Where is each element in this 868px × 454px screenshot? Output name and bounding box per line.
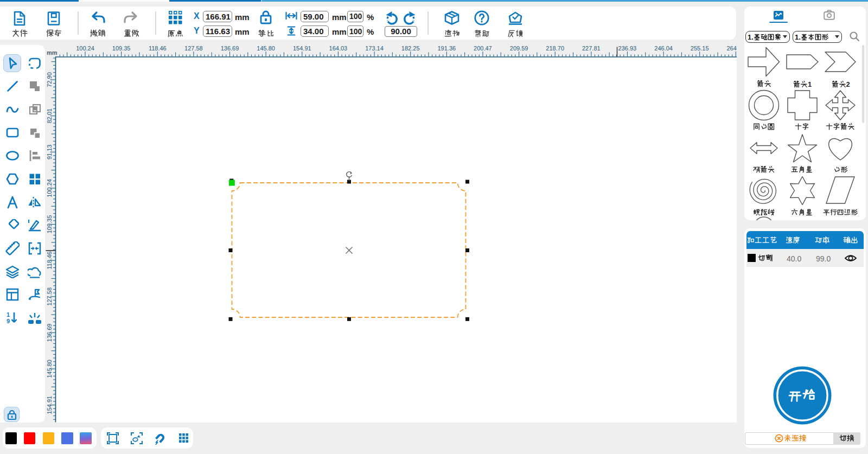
svg-text:255.15: 255.15: [691, 45, 709, 52]
svg-text:236.93: 236.93: [618, 45, 637, 52]
svg-text:145.80: 145.80: [46, 360, 53, 378]
svg-text:91.13: 91.13: [46, 145, 53, 160]
svg-text:182.25: 182.25: [401, 45, 420, 52]
svg-text:164.03: 164.03: [329, 45, 348, 52]
svg-text:mm: mm: [47, 49, 58, 56]
svg-text:109.35: 109.35: [112, 45, 131, 52]
svg-text:109.35: 109.35: [46, 215, 53, 234]
svg-text:100.24: 100.24: [76, 45, 94, 52]
svg-text:191.36: 191.36: [437, 45, 456, 52]
svg-text:264.26: 264.26: [726, 45, 737, 52]
svg-text:136.69: 136.69: [46, 324, 53, 342]
svg-text:209.59: 209.59: [510, 45, 528, 52]
svg-text:227.81: 227.81: [582, 45, 601, 52]
svg-text:218.70: 218.70: [546, 45, 564, 52]
svg-text:82.01: 82.01: [46, 108, 53, 124]
svg-text:246.04: 246.04: [654, 45, 673, 52]
svg-text:154.91: 154.91: [46, 396, 53, 414]
svg-text:118.46: 118.46: [149, 45, 167, 52]
svg-text:127.58: 127.58: [184, 45, 203, 52]
svg-text:154.91: 154.91: [293, 45, 311, 52]
svg-text:118.46: 118.46: [46, 252, 53, 270]
svg-text:100.24: 100.24: [46, 179, 53, 197]
svg-text:200.47: 200.47: [474, 45, 492, 52]
svg-text:145.80: 145.80: [257, 45, 275, 52]
svg-text:136.69: 136.69: [221, 45, 239, 52]
svg-text:72.90: 72.90: [46, 72, 53, 87]
svg-text:173.14: 173.14: [365, 45, 384, 52]
svg-text:127.58: 127.58: [46, 287, 53, 306]
